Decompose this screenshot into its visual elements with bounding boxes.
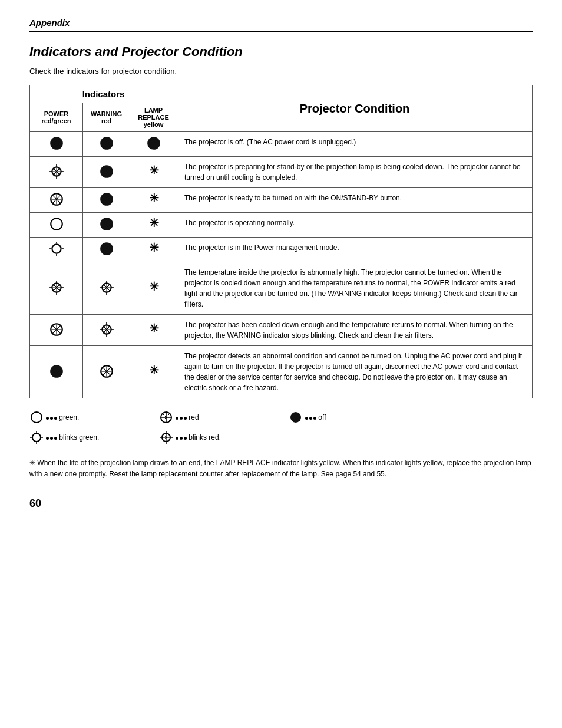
table-row: ✳The projector detects an abnormal condi… [30, 346, 533, 398]
row-2-power [30, 188, 83, 213]
row-4-lamp: ✳ [130, 238, 177, 262]
row-7-condition: The projector detects an abnormal condit… [177, 346, 533, 398]
legend-green: green. [29, 410, 159, 424]
row-7-power [30, 346, 83, 398]
svg-text:✳: ✳ [148, 216, 158, 229]
table-row: ✳The projector has been cooled down enou… [30, 315, 533, 346]
svg-point-84 [31, 412, 42, 423]
svg-text:✳: ✳ [148, 164, 158, 177]
blink-green-icon [29, 430, 44, 444]
open-circle-icon [29, 410, 44, 424]
row-2-condition: The projector is ready to be turned on w… [177, 188, 533, 213]
row-4-power [30, 238, 83, 262]
svg-text:✳: ✳ [148, 241, 158, 254]
svg-point-33 [100, 242, 113, 255]
svg-text:✳: ✳ [148, 322, 158, 335]
svg-point-90 [290, 412, 301, 423]
row-7-warning [83, 346, 130, 398]
indicators-header: Indicators [30, 85, 177, 103]
row-1-power [30, 157, 83, 188]
power-col-header: POWER red/green [30, 103, 83, 132]
svg-text:✳: ✳ [148, 280, 158, 293]
legend-off: off [289, 410, 418, 424]
indicators-table: Indicators Projector Condition POWER red… [29, 85, 533, 398]
legend-red: red [159, 410, 289, 424]
row-2-warning [83, 188, 130, 213]
row-0-condition: The projector is off. (The AC power cord… [177, 132, 533, 157]
intro-text: Check the indicators for projector condi… [29, 67, 533, 75]
appendix-label: Appendix [29, 18, 70, 28]
row-0-warning [83, 132, 130, 157]
legend-blink-red-dots: blinks red. [176, 433, 221, 442]
svg-text:✳: ✳ [148, 364, 158, 377]
row-5-lamp: ✳ [130, 262, 177, 315]
table-row: ✳The projector is in the Power managemen… [30, 238, 533, 262]
legend-red-dots: red [176, 413, 199, 421]
filled-circle-icon [289, 410, 303, 424]
row-5-condition: The temperature inside the projector is … [177, 262, 533, 315]
legend-blink-green: blinks green. [29, 430, 159, 444]
table-row: ✳The projector is preparing for stand-by… [30, 157, 533, 188]
svg-point-0 [50, 137, 63, 150]
row-3-condition: The projector is operating normally. [177, 213, 533, 238]
legend-row-1: green. red off [29, 410, 533, 424]
svg-point-1 [100, 137, 113, 150]
row-1-condition: The projector is preparing for stand-by … [177, 157, 533, 188]
legend-blink-red: blinks red. [159, 430, 289, 444]
legend-blink-green-dots: blinks green. [46, 433, 99, 442]
legend-green-dots: green. [46, 413, 79, 421]
footnote: ✳ When the life of the projection lamp d… [29, 457, 533, 480]
footnote-symbol: ✳ [29, 459, 35, 467]
row-6-power [30, 315, 83, 346]
svg-point-95 [32, 433, 41, 442]
blink-red-icon [159, 430, 173, 444]
row-6-lamp: ✳ [130, 315, 177, 346]
svg-point-12 [100, 165, 113, 178]
svg-point-26 [100, 218, 113, 230]
footnote-text: When the life of the projection lamp dra… [29, 459, 531, 478]
svg-point-2 [147, 137, 160, 150]
row-6-warning [83, 315, 130, 346]
legend: green. red off [29, 410, 533, 448]
table-row: ✳The temperature inside the projector is… [30, 262, 533, 315]
legend-row-2: blinks green. blinks red. [29, 430, 533, 444]
row-4-condition: The projector is in the Power management… [177, 238, 533, 262]
row-0-power [30, 132, 83, 157]
table-row: ✳The projector is operating normally. [30, 213, 533, 238]
row-4-warning [83, 238, 130, 262]
appendix-header: Appendix [29, 18, 533, 32]
svg-point-32 [52, 244, 61, 253]
svg-point-73 [50, 365, 63, 378]
row-7-lamp: ✳ [130, 346, 177, 398]
row-3-power [30, 213, 83, 238]
lamp-col-header: LAMP REPLACE yellow [130, 103, 177, 132]
row-0-lamp [130, 132, 177, 157]
svg-text:✳: ✳ [148, 192, 158, 205]
row-2-lamp: ✳ [130, 188, 177, 213]
warning-col-header: WARNING red [83, 103, 130, 132]
row-1-lamp: ✳ [130, 157, 177, 188]
section-title: Indicators and Projector Condition [29, 44, 533, 60]
svg-point-23 [100, 193, 113, 206]
row-5-power [30, 262, 83, 315]
projector-condition-header: Projector Condition [177, 85, 533, 132]
row-6-condition: The projector has been cooled down enoug… [177, 315, 533, 346]
row-3-warning [83, 213, 130, 238]
row-1-warning [83, 157, 130, 188]
svg-point-25 [51, 218, 62, 230]
hatch-circle-icon [159, 410, 173, 424]
row-5-warning [83, 262, 130, 315]
table-row: ✳The projector is ready to be turned on … [30, 188, 533, 213]
page-number: 60 [29, 498, 533, 510]
table-row: The projector is off. (The AC power cord… [30, 132, 533, 157]
row-3-lamp: ✳ [130, 213, 177, 238]
legend-off-dots: off [305, 413, 326, 421]
